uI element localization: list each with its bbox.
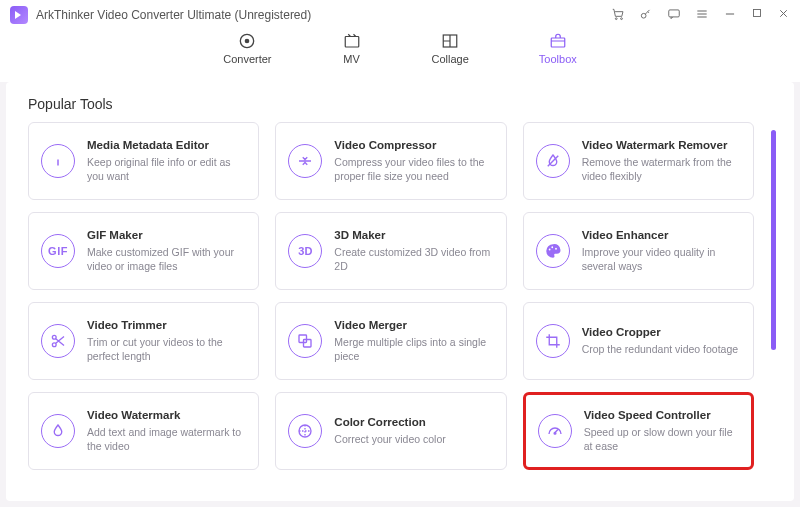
cart-icon[interactable] bbox=[611, 7, 625, 23]
svg-rect-7 bbox=[345, 37, 359, 48]
svg-point-6 bbox=[246, 39, 249, 42]
tool-desc: Make customized GIF with your video or i… bbox=[87, 245, 248, 273]
svg-point-0 bbox=[615, 18, 617, 20]
svg-rect-16 bbox=[304, 340, 312, 348]
tab-label: MV bbox=[343, 53, 360, 65]
converter-icon bbox=[237, 32, 257, 50]
three-d-icon: 3D bbox=[288, 234, 322, 268]
menu-icon[interactable] bbox=[695, 7, 709, 23]
section-title: Popular Tools bbox=[28, 96, 776, 112]
tool-video-cropper[interactable]: Video Cropper Crop the redundant video f… bbox=[523, 302, 754, 380]
gauge-icon bbox=[538, 414, 572, 448]
tool-desc: Add text and image watermark to the vide… bbox=[87, 425, 248, 453]
scrollbar-thumb[interactable] bbox=[771, 130, 776, 350]
tool-desc: Crop the redundant video footage bbox=[582, 342, 738, 356]
merge-icon bbox=[288, 324, 322, 358]
tool-video-merger[interactable]: Video Merger Merge multiple clips into a… bbox=[275, 302, 506, 380]
svg-point-2 bbox=[641, 13, 646, 18]
svg-point-10 bbox=[548, 249, 550, 251]
svg-rect-15 bbox=[299, 335, 307, 343]
tool-desc: Improve your video quality in several wa… bbox=[582, 245, 743, 273]
svg-point-1 bbox=[621, 18, 623, 20]
tool-title: GIF Maker bbox=[87, 229, 248, 241]
tab-converter[interactable]: Converter bbox=[223, 30, 271, 65]
tab-label: Toolbox bbox=[539, 53, 577, 65]
svg-point-13 bbox=[52, 335, 56, 339]
color-wheel-icon bbox=[288, 414, 322, 448]
tool-desc: Remove the watermark from the video flex… bbox=[582, 155, 743, 183]
main-tabs: Converter MV Collage Toolbox bbox=[0, 30, 800, 82]
tool-desc: Correct your video color bbox=[334, 432, 445, 446]
tool-video-compressor[interactable]: Video Compressor Compress your video fil… bbox=[275, 122, 506, 200]
tool-title: Video Speed Controller bbox=[584, 409, 741, 421]
tool-title: Video Cropper bbox=[582, 326, 738, 338]
titlebar: ArkThinker Video Converter Ultimate (Unr… bbox=[0, 0, 800, 30]
palette-icon bbox=[536, 234, 570, 268]
tool-desc: Create customized 3D video from 2D bbox=[334, 245, 495, 273]
tool-title: Video Trimmer bbox=[87, 319, 248, 331]
gif-icon-label: GIF bbox=[48, 245, 68, 257]
three-d-icon-label: 3D bbox=[298, 245, 312, 257]
tool-video-trimmer[interactable]: Video Trimmer Trim or cut your videos to… bbox=[28, 302, 259, 380]
tool-video-speed-controller[interactable]: Video Speed Controller Speed up or slow … bbox=[523, 392, 754, 470]
tool-title: Video Watermark bbox=[87, 409, 248, 421]
tool-title: Video Merger bbox=[334, 319, 495, 331]
svg-point-14 bbox=[52, 343, 56, 347]
toolbox-icon bbox=[548, 32, 568, 50]
tab-collage[interactable]: Collage bbox=[432, 30, 469, 65]
tool-desc: Trim or cut your videos to the perfect l… bbox=[87, 335, 248, 363]
info-icon bbox=[41, 144, 75, 178]
tab-mv[interactable]: MV bbox=[342, 30, 362, 65]
tool-desc: Keep original file info or edit as you w… bbox=[87, 155, 248, 183]
key-icon[interactable] bbox=[639, 7, 653, 23]
app-title: ArkThinker Video Converter Ultimate (Unr… bbox=[36, 8, 311, 22]
tool-desc: Compress your video files to the proper … bbox=[334, 155, 495, 183]
svg-point-12 bbox=[555, 248, 557, 250]
tool-title: Media Metadata Editor bbox=[87, 139, 248, 151]
tool-title: Video Watermark Remover bbox=[582, 139, 743, 151]
tool-watermark-remover[interactable]: Video Watermark Remover Remove the water… bbox=[523, 122, 754, 200]
svg-point-18 bbox=[554, 432, 556, 434]
tool-desc: Merge multiple clips into a single piece bbox=[334, 335, 495, 363]
compress-icon bbox=[288, 144, 322, 178]
scrollbar[interactable] bbox=[770, 122, 776, 470]
tool-3d-maker[interactable]: 3D 3D Maker Create customized 3D video f… bbox=[275, 212, 506, 290]
content-panel: Popular Tools Media Metadata Editor Keep… bbox=[6, 82, 794, 501]
mv-icon bbox=[342, 32, 362, 50]
tool-color-correction[interactable]: Color Correction Correct your video colo… bbox=[275, 392, 506, 470]
tools-grid: Media Metadata Editor Keep original file… bbox=[28, 122, 764, 470]
collage-icon bbox=[440, 32, 460, 50]
maximize-button[interactable] bbox=[751, 7, 763, 23]
tab-toolbox[interactable]: Toolbox bbox=[539, 30, 577, 65]
tool-title: Video Compressor bbox=[334, 139, 495, 151]
app-logo-icon bbox=[10, 6, 28, 24]
crop-icon bbox=[536, 324, 570, 358]
scissors-icon bbox=[41, 324, 75, 358]
gif-icon: GIF bbox=[41, 234, 75, 268]
tool-title: 3D Maker bbox=[334, 229, 495, 241]
tab-label: Collage bbox=[432, 53, 469, 65]
close-button[interactable] bbox=[777, 7, 790, 23]
droplet-icon bbox=[41, 414, 75, 448]
tool-media-metadata[interactable]: Media Metadata Editor Keep original file… bbox=[28, 122, 259, 200]
svg-rect-4 bbox=[754, 10, 761, 17]
svg-rect-9 bbox=[551, 38, 565, 47]
droplet-slash-icon bbox=[536, 144, 570, 178]
tool-title: Color Correction bbox=[334, 416, 445, 428]
tool-title: Video Enhancer bbox=[582, 229, 743, 241]
svg-point-11 bbox=[551, 246, 553, 248]
tool-video-watermark[interactable]: Video Watermark Add text and image water… bbox=[28, 392, 259, 470]
tool-desc: Speed up or slow down your file at ease bbox=[584, 425, 741, 453]
tab-label: Converter bbox=[223, 53, 271, 65]
feedback-icon[interactable] bbox=[667, 7, 681, 23]
system-buttons bbox=[611, 7, 790, 23]
tool-gif-maker[interactable]: GIF GIF Maker Make customized GIF with y… bbox=[28, 212, 259, 290]
minimize-button[interactable] bbox=[723, 7, 737, 23]
tool-video-enhancer[interactable]: Video Enhancer Improve your video qualit… bbox=[523, 212, 754, 290]
